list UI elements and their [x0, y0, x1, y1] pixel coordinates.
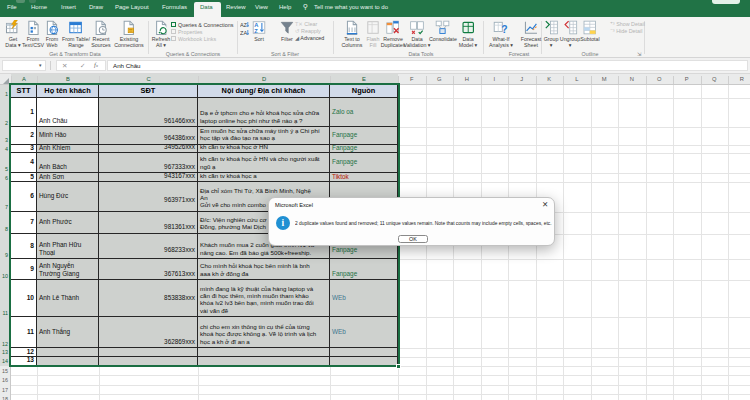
svg-text:A: A [244, 30, 248, 36]
svg-text:Z: Z [254, 28, 258, 34]
svg-text:Z: Z [244, 22, 248, 28]
svg-text:?: ? [502, 24, 508, 35]
